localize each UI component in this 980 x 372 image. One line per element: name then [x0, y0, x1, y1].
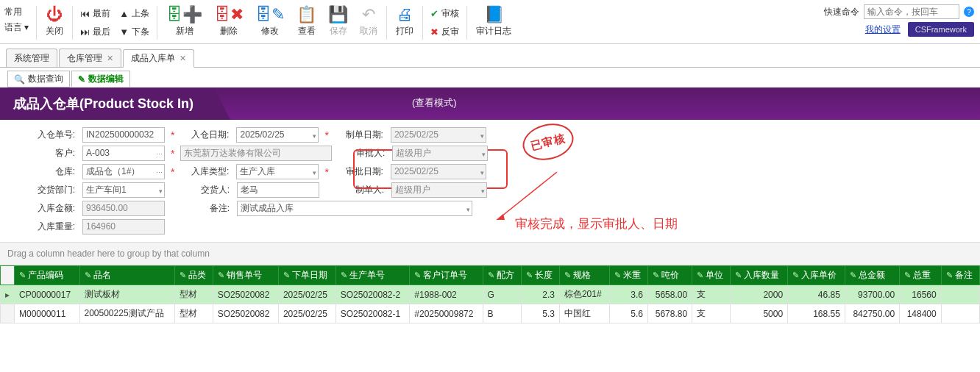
column-header[interactable]: ✎客户订单号: [410, 266, 483, 285]
cell[interactable]: M00000011: [15, 304, 80, 323]
column-header[interactable]: ✎下单日期: [278, 266, 335, 285]
cell[interactable]: G: [483, 285, 521, 304]
cell[interactable]: 2025/02/25: [278, 304, 335, 323]
remark-field[interactable]: 测试成品入库▾: [237, 201, 472, 216]
column-header[interactable]: ✎品名: [79, 266, 174, 285]
last-button[interactable]: ⏭最后: [76, 24, 115, 40]
column-header[interactable]: ✎总重: [900, 266, 942, 285]
section-header: 成品入仓单(Product Stock In) (查看模式): [0, 87, 980, 120]
cell[interactable]: 3.6: [609, 285, 647, 304]
docno-field[interactable]: IN202500000032: [82, 127, 165, 143]
edit-icon: ✎: [488, 271, 494, 279]
unaudit-button[interactable]: ✖反审: [426, 24, 464, 40]
main-tab[interactable]: 系统管理: [6, 49, 57, 67]
cell[interactable]: 5.6: [609, 304, 647, 323]
close-icon[interactable]: ✕: [180, 54, 186, 63]
cell[interactable]: 842750.00: [845, 304, 899, 323]
quick-cmd-input[interactable]: [864, 4, 959, 19]
cell[interactable]: 2000: [731, 285, 788, 304]
cell[interactable]: 93700.00: [845, 285, 899, 304]
edit-icon: ✎: [850, 271, 856, 279]
column-header[interactable]: ✎米重: [609, 266, 647, 285]
table-row[interactable]: ▸CP00000017测试板材型材SO250200822025/02/25SO2…: [1, 285, 980, 304]
framework-badge[interactable]: CSFramework: [908, 22, 974, 37]
auditlog-button[interactable]: 📘审计日志: [470, 3, 517, 43]
cell[interactable]: SO25020082: [213, 304, 278, 323]
delete-button[interactable]: 🗄✖删除: [208, 3, 249, 43]
deliverer-field[interactable]: 老马: [237, 182, 319, 198]
cell[interactable]: 5000: [731, 304, 788, 323]
cancel-button[interactable]: ↶取消: [354, 3, 383, 43]
main-tab[interactable]: 仓库管理✕: [59, 49, 121, 67]
cust-code-field[interactable]: A-003⋯: [82, 146, 165, 161]
dept-field[interactable]: 生产车间1▾: [82, 182, 165, 198]
table-row[interactable]: M00000011200500225测试产品型材SO250200822025/0…: [1, 304, 980, 323]
help-icon[interactable]: ?: [964, 7, 974, 17]
prev-button[interactable]: ▲上条: [115, 6, 154, 21]
sub-tab-bar: 🔍数据查询✎数据编辑: [0, 68, 980, 87]
cell[interactable]: 16560: [900, 285, 942, 304]
column-header[interactable]: ✎销售单号: [213, 266, 278, 285]
cell[interactable]: SO25020082: [213, 285, 278, 304]
add-button[interactable]: 🗄➕新增: [160, 3, 208, 43]
cell[interactable]: 200500225测试产品: [79, 304, 174, 323]
sub-tab[interactable]: 🔍数据查询: [7, 71, 70, 87]
audit-button[interactable]: ✔审核: [426, 6, 464, 21]
cell[interactable]: B: [483, 304, 521, 323]
cell[interactable]: CP00000017: [15, 285, 80, 304]
cell[interactable]: 型材: [174, 285, 213, 304]
cell[interactable]: 5.3: [521, 304, 559, 323]
cell[interactable]: 支: [692, 285, 731, 304]
cell[interactable]: 148400: [900, 304, 942, 323]
column-header[interactable]: ✎品类: [174, 266, 213, 285]
intype-field[interactable]: 生产入库▾: [236, 164, 319, 179]
column-header[interactable]: ✎吨价: [648, 266, 692, 285]
detail-grid[interactable]: ✎产品编码✎品名✎品类✎销售单号✎下单日期✎生产单号✎客户订单号✎配方✎长度✎规…: [0, 265, 980, 323]
cell[interactable]: 中国红: [559, 304, 609, 323]
section-title: 成品入仓单(Product Stock In): [13, 95, 193, 112]
column-header[interactable]: ✎规格: [559, 266, 609, 285]
sub-tab[interactable]: ✎数据编辑: [71, 71, 130, 87]
column-header[interactable]: ✎入库数量: [731, 266, 788, 285]
close-button[interactable]: ⏻ 关闭: [40, 3, 69, 43]
my-settings-link[interactable]: 我的设置: [865, 24, 901, 36]
cell[interactable]: 5658.00: [648, 285, 692, 304]
column-header[interactable]: ✎配方: [483, 266, 521, 285]
cell[interactable]: SO25020082-2: [335, 285, 410, 304]
column-header[interactable]: ✎单位: [692, 266, 731, 285]
cell[interactable]: #1988-002: [410, 285, 483, 304]
cell[interactable]: 2.3: [521, 285, 559, 304]
cell[interactable]: 168.55: [788, 304, 845, 323]
cell[interactable]: #20250009872: [410, 304, 483, 323]
cell[interactable]: 棕色201#: [559, 285, 609, 304]
main-tab[interactable]: 成品入库单✕: [123, 49, 194, 68]
cell[interactable]: SO25020082-1: [335, 304, 410, 323]
column-header[interactable]: ✎总金额: [845, 266, 899, 285]
column-header[interactable]: ✎备注: [941, 266, 979, 285]
language-dropdown[interactable]: 语言 ▾: [4, 21, 29, 34]
cell[interactable]: 46.85: [788, 285, 845, 304]
cell[interactable]: 5678.80: [648, 304, 692, 323]
print-button[interactable]: 🖨打印: [390, 3, 419, 43]
cell[interactable]: 型材: [174, 304, 213, 323]
grid-group-panel[interactable]: Drag a column header here to group by th…: [0, 242, 980, 265]
cell[interactable]: 支: [692, 304, 731, 323]
column-header[interactable]: ✎生产单号: [335, 266, 410, 285]
close-icon[interactable]: ✕: [107, 54, 113, 63]
svg-marker-1: [494, 214, 505, 220]
modify-button[interactable]: 🗄✎修改: [249, 3, 291, 43]
column-header[interactable]: ✎产品编码: [15, 266, 80, 285]
cell[interactable]: 2025/02/25: [278, 285, 335, 304]
column-header[interactable]: ✎长度: [521, 266, 559, 285]
cell[interactable]: 测试板材: [79, 285, 174, 304]
view-button[interactable]: 📋查看: [291, 3, 322, 43]
column-header[interactable]: ✎入库单价: [788, 266, 845, 285]
date-field[interactable]: 2025/02/25▾: [236, 127, 319, 143]
up-icon: ▲: [119, 8, 129, 19]
save-button[interactable]: 💾保存: [322, 3, 354, 43]
cell[interactable]: [941, 304, 979, 323]
next-button[interactable]: ▼下条: [115, 24, 154, 40]
cell[interactable]: [941, 285, 979, 304]
wh-field[interactable]: 成品仓（1#）⋯: [82, 164, 165, 179]
first-button[interactable]: ⏮最前: [76, 6, 115, 21]
